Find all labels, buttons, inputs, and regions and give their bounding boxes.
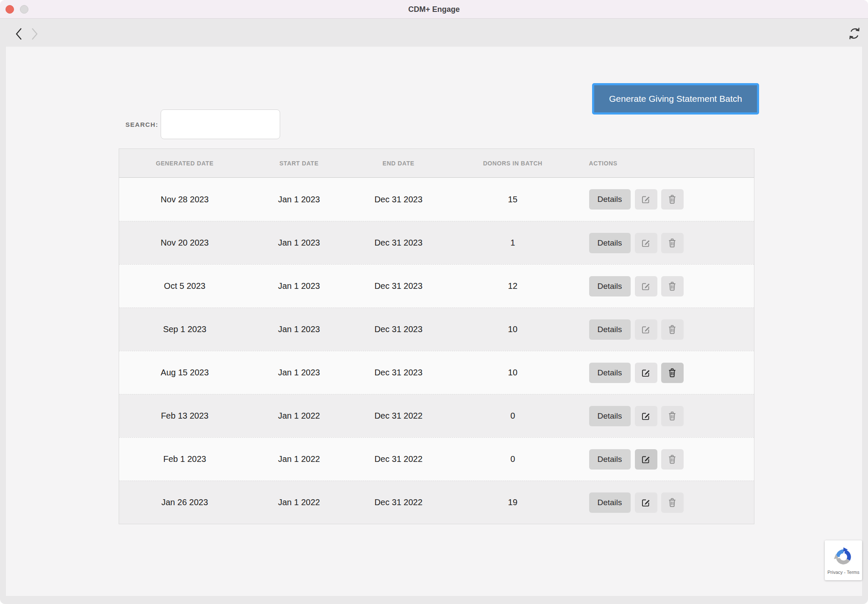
app-window: CDM+ Engage Generate Giving Statement Ba… bbox=[0, 0, 868, 604]
table-row: Feb 13 2023 Jan 1 2022 Dec 31 2022 0 Det… bbox=[119, 394, 754, 437]
trash-icon bbox=[667, 367, 677, 378]
generated-date-cell: Nov 20 2023 bbox=[119, 238, 250, 248]
delete-button[interactable] bbox=[661, 449, 684, 470]
table-row: Jan 26 2023 Jan 1 2022 Dec 31 2022 19 De… bbox=[119, 481, 754, 524]
end-date-cell: Dec 31 2023 bbox=[348, 368, 449, 378]
donors-in-batch-cell: 0 bbox=[449, 411, 576, 421]
table-row: Nov 28 2023 Jan 1 2023 Dec 31 2023 15 De… bbox=[119, 178, 754, 221]
chevron-left-icon bbox=[13, 26, 26, 42]
privacy-terms-link[interactable]: Privacy - Terms bbox=[827, 570, 860, 575]
details-button[interactable]: Details bbox=[589, 319, 631, 340]
delete-button[interactable] bbox=[661, 406, 684, 426]
start-date-cell: Jan 1 2023 bbox=[250, 195, 348, 204]
col-header-generated-date: GENERATED DATE bbox=[119, 160, 250, 167]
end-date-cell: Dec 31 2023 bbox=[348, 238, 449, 248]
generated-date-cell: Oct 5 2023 bbox=[119, 281, 250, 291]
trash-icon bbox=[667, 411, 677, 422]
window-title: CDM+ Engage bbox=[0, 0, 868, 19]
generated-date-cell: Nov 28 2023 bbox=[119, 195, 250, 204]
col-header-actions: ACTIONS bbox=[576, 160, 754, 167]
donors-in-batch-cell: 10 bbox=[449, 368, 576, 378]
details-button[interactable]: Details bbox=[589, 233, 631, 253]
back-button[interactable] bbox=[13, 26, 26, 42]
trash-icon bbox=[667, 281, 677, 292]
recaptcha-badge[interactable]: Privacy - Terms bbox=[825, 540, 862, 580]
details-button[interactable]: Details bbox=[589, 406, 631, 426]
edit-pencil-icon bbox=[640, 497, 651, 508]
end-date-cell: Dec 31 2022 bbox=[348, 411, 449, 421]
donors-in-batch-cell: 19 bbox=[449, 498, 576, 507]
details-button[interactable]: Details bbox=[589, 276, 631, 296]
recaptcha-logo-icon bbox=[833, 546, 854, 568]
table-row: Nov 20 2023 Jan 1 2023 Dec 31 2023 1 Det… bbox=[119, 221, 754, 264]
search-input[interactable] bbox=[161, 109, 280, 139]
trash-icon bbox=[667, 454, 677, 465]
edit-pencil-icon bbox=[640, 238, 651, 249]
end-date-cell: Dec 31 2022 bbox=[348, 454, 449, 464]
edit-pencil-icon bbox=[640, 454, 651, 465]
edit-pencil-icon bbox=[640, 367, 651, 378]
actions-cell: Details bbox=[576, 319, 754, 340]
table-row: Feb 1 2023 Jan 1 2022 Dec 31 2022 0 Deta… bbox=[119, 437, 754, 481]
titlebar: CDM+ Engage bbox=[0, 0, 868, 19]
table-row: Aug 15 2023 Jan 1 2023 Dec 31 2023 10 De… bbox=[119, 351, 754, 394]
start-date-cell: Jan 1 2023 bbox=[250, 281, 348, 291]
edit-button[interactable] bbox=[635, 449, 657, 470]
actions-cell: Details bbox=[576, 406, 754, 426]
navigation-toolbar bbox=[0, 19, 868, 47]
start-date-cell: Jan 1 2023 bbox=[250, 324, 348, 334]
generated-date-cell: Jan 26 2023 bbox=[119, 498, 250, 507]
actions-cell: Details bbox=[576, 363, 754, 383]
forward-button[interactable] bbox=[27, 26, 41, 42]
edit-button[interactable] bbox=[635, 189, 657, 210]
edit-button[interactable] bbox=[635, 319, 657, 340]
generated-date-cell: Sep 1 2023 bbox=[119, 324, 250, 334]
details-button[interactable]: Details bbox=[589, 449, 631, 470]
edit-pencil-icon bbox=[640, 281, 651, 292]
delete-button[interactable] bbox=[661, 276, 684, 296]
chevron-right-icon bbox=[27, 26, 41, 42]
refresh-button[interactable] bbox=[847, 26, 862, 41]
col-header-donors-in-batch: DONORS IN BATCH bbox=[449, 160, 576, 167]
edit-button[interactable] bbox=[635, 276, 657, 296]
actions-cell: Details bbox=[576, 492, 754, 513]
delete-button[interactable] bbox=[661, 363, 684, 383]
table-row: Oct 5 2023 Jan 1 2023 Dec 31 2023 12 Det… bbox=[119, 264, 754, 308]
actions-cell: Details bbox=[576, 233, 754, 253]
start-date-cell: Jan 1 2022 bbox=[250, 454, 348, 464]
table-row: Sep 1 2023 Jan 1 2023 Dec 31 2023 10 Det… bbox=[119, 308, 754, 351]
donors-in-batch-cell: 10 bbox=[449, 324, 576, 334]
generate-giving-statement-batch-button[interactable]: Generate Giving Statement Batch bbox=[592, 83, 759, 115]
trash-icon bbox=[667, 324, 677, 335]
trash-icon bbox=[667, 194, 677, 205]
donors-in-batch-cell: 15 bbox=[449, 195, 576, 204]
search-row: SEARCH: bbox=[125, 109, 280, 139]
edit-pencil-icon bbox=[640, 411, 651, 422]
start-date-cell: Jan 1 2023 bbox=[250, 238, 348, 248]
end-date-cell: Dec 31 2023 bbox=[348, 281, 449, 291]
generated-date-cell: Feb 1 2023 bbox=[119, 454, 250, 464]
delete-button[interactable] bbox=[661, 233, 684, 253]
edit-button[interactable] bbox=[635, 233, 657, 253]
edit-button[interactable] bbox=[635, 406, 657, 426]
details-button[interactable]: Details bbox=[589, 492, 631, 513]
end-date-cell: Dec 31 2022 bbox=[348, 498, 449, 507]
delete-button[interactable] bbox=[661, 189, 684, 210]
delete-button[interactable] bbox=[661, 492, 684, 513]
delete-button[interactable] bbox=[661, 319, 684, 340]
start-date-cell: Jan 1 2022 bbox=[250, 411, 348, 421]
trash-icon bbox=[667, 238, 677, 249]
edit-button[interactable] bbox=[635, 363, 657, 383]
col-header-start-date: START DATE bbox=[250, 160, 348, 167]
donors-in-batch-cell: 1 bbox=[449, 238, 576, 248]
actions-cell: Details bbox=[576, 276, 754, 296]
details-button[interactable]: Details bbox=[589, 363, 631, 383]
details-button[interactable]: Details bbox=[589, 189, 631, 210]
donors-in-batch-cell: 12 bbox=[449, 281, 576, 291]
generated-date-cell: Feb 13 2023 bbox=[119, 411, 250, 421]
search-label: SEARCH: bbox=[125, 121, 158, 128]
edit-button[interactable] bbox=[635, 492, 657, 513]
start-date-cell: Jan 1 2023 bbox=[250, 368, 348, 378]
table-body: Nov 28 2023 Jan 1 2023 Dec 31 2023 15 De… bbox=[119, 178, 754, 524]
main-content: Generate Giving Statement Batch SEARCH: … bbox=[6, 47, 862, 596]
